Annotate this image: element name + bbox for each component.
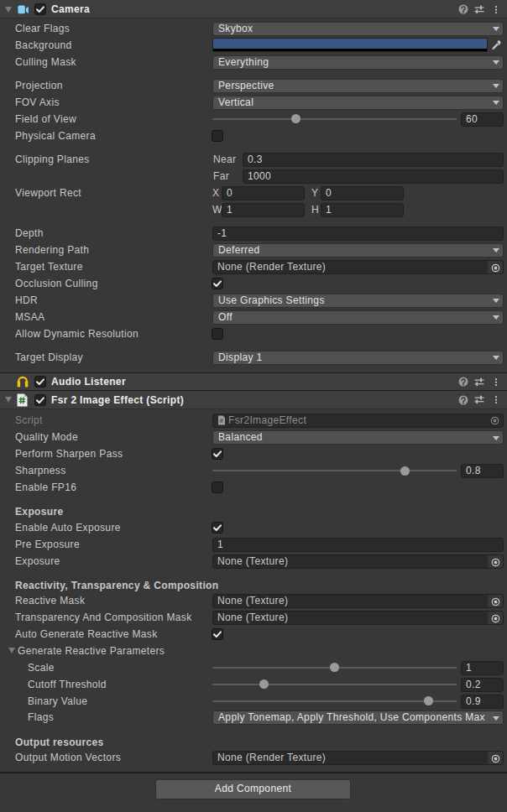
svg-text:#: # — [220, 417, 224, 424]
